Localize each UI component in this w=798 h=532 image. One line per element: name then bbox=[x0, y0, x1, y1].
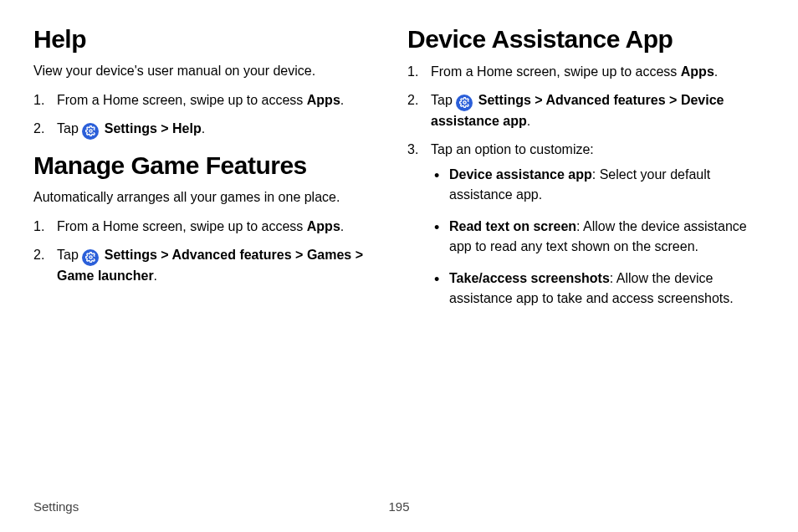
settings-icon bbox=[82, 123, 99, 140]
settings-label: Settings bbox=[105, 248, 157, 262]
settings-label: Settings bbox=[105, 121, 157, 136]
help-heading: Help bbox=[33, 25, 391, 54]
sep: > bbox=[157, 121, 172, 136]
assist-options: Device assistance app: Select your defau… bbox=[431, 165, 765, 309]
games-section: Manage Game Features Automatically arran… bbox=[33, 151, 391, 286]
help-step-1: From a Home screen, swipe up to access A… bbox=[33, 90, 391, 110]
sep: > bbox=[666, 93, 681, 107]
games-label: Games bbox=[307, 248, 351, 262]
page-footer: Settings 195 bbox=[0, 499, 798, 514]
settings-label: Settings bbox=[478, 93, 531, 107]
footer-page-number: 195 bbox=[388, 499, 409, 514]
svg-point-1 bbox=[90, 256, 92, 258]
sep: > bbox=[157, 248, 172, 262]
assist-option-1: Device assistance app: Select your defau… bbox=[431, 165, 765, 205]
option-label: Take/access screenshots bbox=[449, 271, 610, 285]
launcher-label: Game launcher bbox=[57, 269, 154, 283]
assist-option-3: Take/access screenshots: Allow the devic… bbox=[431, 269, 765, 309]
assist-step-2: Tap Settings > Advanced features > Devic… bbox=[407, 90, 765, 131]
assist-section: Device Assistance App From a Home screen… bbox=[407, 25, 765, 309]
help-section: Help View your device's user manual on y… bbox=[33, 25, 391, 140]
text: Tap bbox=[57, 248, 82, 262]
text: . bbox=[154, 269, 157, 283]
text: . bbox=[527, 114, 530, 128]
help-label: Help bbox=[172, 121, 202, 136]
assist-option-2: Read text on screen: Allow the device as… bbox=[431, 217, 765, 257]
text: From a Home screen, swipe up to access bbox=[57, 219, 307, 233]
text: . bbox=[714, 64, 718, 79]
assist-steps: From a Home screen, swipe up to access A… bbox=[407, 62, 765, 309]
games-intro: Automatically arranges all your games in… bbox=[33, 188, 391, 207]
right-column: Device Assistance App From a Home screen… bbox=[399, 25, 773, 485]
help-steps: From a Home screen, swipe up to access A… bbox=[33, 90, 391, 140]
assist-heading: Device Assistance App bbox=[407, 25, 765, 54]
text: . bbox=[340, 219, 344, 233]
settings-icon bbox=[456, 95, 473, 111]
footer-section: Settings bbox=[33, 499, 79, 514]
text: Tap an option to customize: bbox=[431, 142, 594, 156]
apps-label: Apps bbox=[307, 93, 340, 107]
page-body: Help View your device's user manual on y… bbox=[0, 0, 798, 485]
text: . bbox=[340, 93, 344, 107]
text: Tap bbox=[57, 121, 82, 136]
games-steps: From a Home screen, swipe up to access A… bbox=[33, 217, 391, 286]
assist-step-3: Tap an option to customize: Device assis… bbox=[407, 140, 765, 309]
assist-step-1: From a Home screen, swipe up to access A… bbox=[407, 62, 765, 82]
svg-point-2 bbox=[463, 101, 466, 104]
help-step-2: Tap Settings > Help. bbox=[33, 119, 391, 140]
games-step-1: From a Home screen, swipe up to access A… bbox=[33, 217, 391, 237]
games-heading: Manage Game Features bbox=[33, 151, 391, 180]
option-label: Device assistance app bbox=[449, 167, 592, 182]
left-column: Help View your device's user manual on y… bbox=[25, 25, 399, 485]
option-label: Read text on screen bbox=[449, 219, 576, 233]
settings-icon bbox=[82, 249, 99, 266]
games-step-2: Tap Settings > Advanced features > Games… bbox=[33, 245, 391, 286]
advanced-label: Advanced features bbox=[545, 93, 665, 107]
help-intro: View your device's user manual on your d… bbox=[33, 62, 391, 80]
apps-label: Apps bbox=[681, 64, 714, 79]
sep: > bbox=[351, 248, 363, 262]
text: Tap bbox=[431, 93, 456, 107]
text: From a Home screen, swipe up to access bbox=[431, 64, 681, 79]
text: From a Home screen, swipe up to access bbox=[57, 93, 307, 107]
sep: > bbox=[531, 93, 546, 107]
svg-point-0 bbox=[90, 130, 92, 132]
advanced-label: Advanced features bbox=[171, 248, 291, 262]
sep: > bbox=[292, 248, 307, 262]
apps-label: Apps bbox=[307, 219, 340, 233]
text: . bbox=[202, 121, 205, 136]
